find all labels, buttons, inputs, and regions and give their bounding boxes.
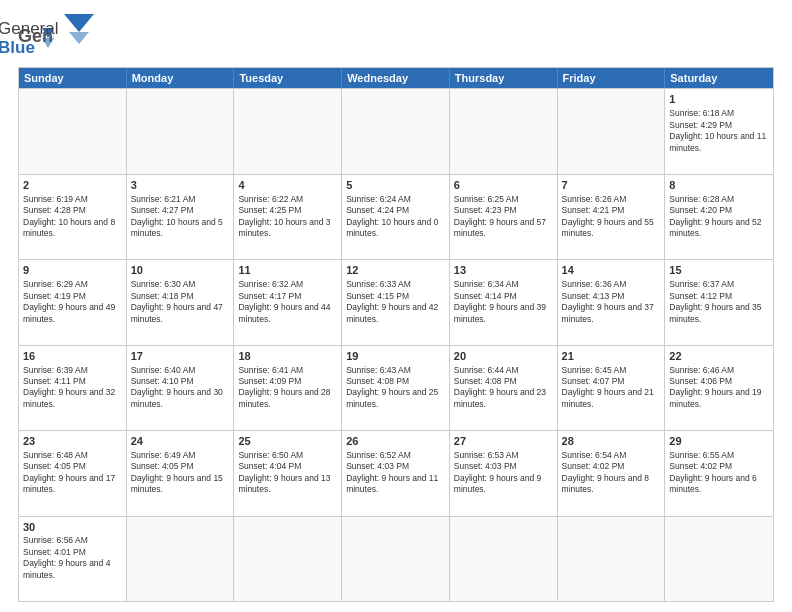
day-number: 9: [23, 263, 122, 278]
day-info: Sunrise: 6:36 AM Sunset: 4:13 PM Dayligh…: [562, 279, 654, 323]
calendar-cell: 2Sunrise: 6:19 AM Sunset: 4:28 PM Daylig…: [19, 175, 127, 259]
day-info: Sunrise: 6:49 AM Sunset: 4:05 PM Dayligh…: [131, 450, 223, 494]
calendar-row-5: 30Sunrise: 6:56 AM Sunset: 4:01 PM Dayli…: [19, 516, 773, 601]
calendar-cell: 3Sunrise: 6:21 AM Sunset: 4:27 PM Daylig…: [127, 175, 235, 259]
day-info: Sunrise: 6:28 AM Sunset: 4:20 PM Dayligh…: [669, 194, 761, 238]
day-number: 5: [346, 178, 445, 193]
calendar-cell: 7Sunrise: 6:26 AM Sunset: 4:21 PM Daylig…: [558, 175, 666, 259]
calendar-cell: [450, 89, 558, 173]
day-number: 11: [238, 263, 337, 278]
header: General General Blue: [18, 18, 774, 57]
day-info: Sunrise: 6:34 AM Sunset: 4:14 PM Dayligh…: [454, 279, 546, 323]
calendar-cell: [127, 89, 235, 173]
header-day-sunday: Sunday: [19, 68, 127, 88]
calendar-cell: [342, 89, 450, 173]
calendar-cell: [342, 517, 450, 601]
day-number: 22: [669, 349, 769, 364]
calendar-cell: 23Sunrise: 6:48 AM Sunset: 4:05 PM Dayli…: [19, 431, 127, 515]
day-info: Sunrise: 6:19 AM Sunset: 4:28 PM Dayligh…: [23, 194, 115, 238]
svg-marker-4: [69, 32, 89, 44]
calendar-cell: 28Sunrise: 6:54 AM Sunset: 4:02 PM Dayli…: [558, 431, 666, 515]
day-info: Sunrise: 6:48 AM Sunset: 4:05 PM Dayligh…: [23, 450, 115, 494]
header-day-wednesday: Wednesday: [342, 68, 450, 88]
calendar-cell: 16Sunrise: 6:39 AM Sunset: 4:11 PM Dayli…: [19, 346, 127, 430]
calendar-header: SundayMondayTuesdayWednesdayThursdayFrid…: [19, 68, 773, 88]
day-number: 15: [669, 263, 769, 278]
calendar-cell: 27Sunrise: 6:53 AM Sunset: 4:03 PM Dayli…: [450, 431, 558, 515]
header-day-saturday: Saturday: [665, 68, 773, 88]
day-number: 4: [238, 178, 337, 193]
calendar-cell: 8Sunrise: 6:28 AM Sunset: 4:20 PM Daylig…: [665, 175, 773, 259]
day-info: Sunrise: 6:32 AM Sunset: 4:17 PM Dayligh…: [238, 279, 330, 323]
day-info: Sunrise: 6:22 AM Sunset: 4:25 PM Dayligh…: [238, 194, 330, 238]
day-info: Sunrise: 6:24 AM Sunset: 4:24 PM Dayligh…: [346, 194, 438, 238]
day-info: Sunrise: 6:21 AM Sunset: 4:27 PM Dayligh…: [131, 194, 223, 238]
header-day-tuesday: Tuesday: [234, 68, 342, 88]
calendar-cell: [665, 517, 773, 601]
calendar-cell: 11Sunrise: 6:32 AM Sunset: 4:17 PM Dayli…: [234, 260, 342, 344]
calendar-row-4: 23Sunrise: 6:48 AM Sunset: 4:05 PM Dayli…: [19, 430, 773, 515]
calendar-cell: 15Sunrise: 6:37 AM Sunset: 4:12 PM Dayli…: [665, 260, 773, 344]
calendar-cell: 25Sunrise: 6:50 AM Sunset: 4:04 PM Dayli…: [234, 431, 342, 515]
calendar-cell: 12Sunrise: 6:33 AM Sunset: 4:15 PM Dayli…: [342, 260, 450, 344]
calendar-cell: 30Sunrise: 6:56 AM Sunset: 4:01 PM Dayli…: [19, 517, 127, 601]
header-day-thursday: Thursday: [450, 68, 558, 88]
page: General General Blue SundayMondayTuesday…: [0, 0, 792, 612]
calendar-cell: 18Sunrise: 6:41 AM Sunset: 4:09 PM Dayli…: [234, 346, 342, 430]
day-number: 29: [669, 434, 769, 449]
day-number: 27: [454, 434, 553, 449]
logo-triangle-icon: [64, 14, 94, 44]
calendar-cell: [127, 517, 235, 601]
calendar-cell: [558, 517, 666, 601]
calendar: SundayMondayTuesdayWednesdayThursdayFrid…: [18, 67, 774, 602]
day-number: 8: [669, 178, 769, 193]
day-info: Sunrise: 6:37 AM Sunset: 4:12 PM Dayligh…: [669, 279, 761, 323]
calendar-cell: 9Sunrise: 6:29 AM Sunset: 4:19 PM Daylig…: [19, 260, 127, 344]
day-number: 26: [346, 434, 445, 449]
calendar-body: 1Sunrise: 6:18 AM Sunset: 4:29 PM Daylig…: [19, 88, 773, 601]
day-info: Sunrise: 6:26 AM Sunset: 4:21 PM Dayligh…: [562, 194, 654, 238]
calendar-cell: 1Sunrise: 6:18 AM Sunset: 4:29 PM Daylig…: [665, 89, 773, 173]
day-info: Sunrise: 6:43 AM Sunset: 4:08 PM Dayligh…: [346, 365, 438, 409]
day-info: Sunrise: 6:30 AM Sunset: 4:18 PM Dayligh…: [131, 279, 223, 323]
day-info: Sunrise: 6:44 AM Sunset: 4:08 PM Dayligh…: [454, 365, 546, 409]
calendar-cell: [19, 89, 127, 173]
day-number: 16: [23, 349, 122, 364]
calendar-cell: 10Sunrise: 6:30 AM Sunset: 4:18 PM Dayli…: [127, 260, 235, 344]
day-info: Sunrise: 6:50 AM Sunset: 4:04 PM Dayligh…: [238, 450, 330, 494]
calendar-cell: 19Sunrise: 6:43 AM Sunset: 4:08 PM Dayli…: [342, 346, 450, 430]
header-day-monday: Monday: [127, 68, 235, 88]
logo: General General Blue: [18, 18, 94, 57]
calendar-cell: 6Sunrise: 6:25 AM Sunset: 4:23 PM Daylig…: [450, 175, 558, 259]
day-number: 20: [454, 349, 553, 364]
day-number: 21: [562, 349, 661, 364]
calendar-row-1: 2Sunrise: 6:19 AM Sunset: 4:28 PM Daylig…: [19, 174, 773, 259]
day-info: Sunrise: 6:46 AM Sunset: 4:06 PM Dayligh…: [669, 365, 761, 409]
logo-blue-text: Blue: [0, 39, 58, 58]
day-number: 12: [346, 263, 445, 278]
day-info: Sunrise: 6:52 AM Sunset: 4:03 PM Dayligh…: [346, 450, 438, 494]
calendar-cell: 22Sunrise: 6:46 AM Sunset: 4:06 PM Dayli…: [665, 346, 773, 430]
day-number: 1: [669, 92, 769, 107]
calendar-cell: [450, 517, 558, 601]
day-number: 23: [23, 434, 122, 449]
calendar-cell: 5Sunrise: 6:24 AM Sunset: 4:24 PM Daylig…: [342, 175, 450, 259]
day-number: 3: [131, 178, 230, 193]
day-info: Sunrise: 6:39 AM Sunset: 4:11 PM Dayligh…: [23, 365, 115, 409]
calendar-cell: [558, 89, 666, 173]
calendar-cell: 29Sunrise: 6:55 AM Sunset: 4:02 PM Dayli…: [665, 431, 773, 515]
day-number: 13: [454, 263, 553, 278]
day-number: 6: [454, 178, 553, 193]
day-number: 19: [346, 349, 445, 364]
calendar-cell: 17Sunrise: 6:40 AM Sunset: 4:10 PM Dayli…: [127, 346, 235, 430]
day-number: 10: [131, 263, 230, 278]
calendar-cell: 26Sunrise: 6:52 AM Sunset: 4:03 PM Dayli…: [342, 431, 450, 515]
day-number: 7: [562, 178, 661, 193]
day-info: Sunrise: 6:40 AM Sunset: 4:10 PM Dayligh…: [131, 365, 223, 409]
calendar-row-0: 1Sunrise: 6:18 AM Sunset: 4:29 PM Daylig…: [19, 88, 773, 173]
day-number: 17: [131, 349, 230, 364]
day-number: 30: [23, 520, 122, 535]
day-number: 14: [562, 263, 661, 278]
calendar-cell: 13Sunrise: 6:34 AM Sunset: 4:14 PM Dayli…: [450, 260, 558, 344]
calendar-cell: 21Sunrise: 6:45 AM Sunset: 4:07 PM Dayli…: [558, 346, 666, 430]
